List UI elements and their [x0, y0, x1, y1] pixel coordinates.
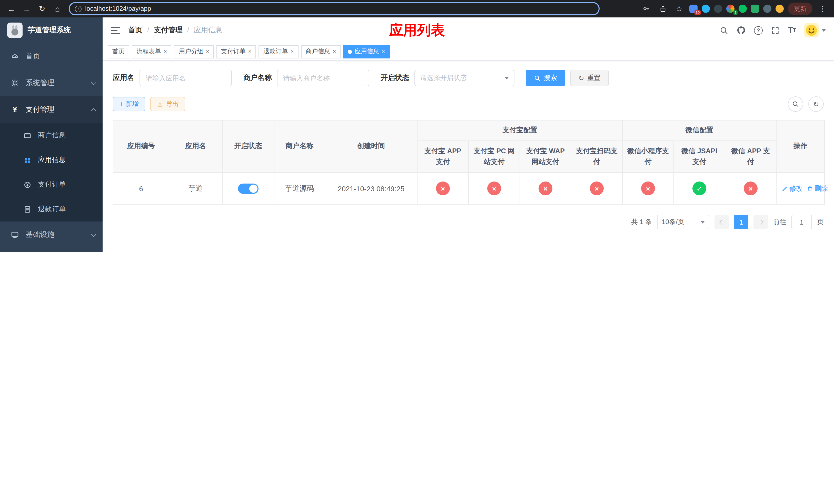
extension-icon-2[interactable]: [702, 5, 710, 13]
grid-icon: [23, 156, 32, 164]
col-alipay-scan: 支付宝扫码支付: [571, 141, 622, 173]
col-wechat-mini: 微信小程序支付: [622, 141, 674, 173]
prev-page-button[interactable]: [715, 215, 729, 229]
col-app-name: 应用名: [169, 120, 222, 173]
wechat-mini-status-icon: [641, 182, 655, 196]
close-icon[interactable]: ×: [206, 49, 209, 54]
close-icon[interactable]: ×: [333, 49, 336, 54]
close-icon[interactable]: ×: [163, 49, 167, 54]
share-icon[interactable]: [657, 3, 669, 15]
coin-icon: [23, 181, 32, 188]
user-menu[interactable]: [804, 23, 826, 38]
key-icon[interactable]: [640, 3, 653, 15]
goto-page-input[interactable]: [791, 215, 812, 229]
edit-button[interactable]: 修改: [782, 184, 803, 193]
tab-user-group[interactable]: 用户分组×: [174, 45, 214, 58]
page-title: 应用列表: [389, 21, 445, 40]
breadcrumb-home[interactable]: 首页: [128, 26, 154, 35]
url-text[interactable]: localhost:1024/pay/app: [85, 5, 151, 12]
fullscreen-icon[interactable]: [771, 26, 780, 35]
search-icon[interactable]: [720, 26, 728, 35]
extension-icon-1[interactable]: 10: [689, 5, 698, 13]
page-size-select[interactable]: 10条/页: [657, 215, 709, 229]
tab-home[interactable]: 首页: [108, 45, 129, 58]
refresh-table-button[interactable]: ↻: [808, 96, 824, 112]
menu-dots-icon[interactable]: ⋮: [816, 3, 829, 15]
table-row: 6 芋道 芋道源码 2021-10-23 08:49:25: [113, 173, 825, 204]
app-name-input[interactable]: [139, 70, 232, 86]
sidebar-item-app-info[interactable]: 应用信息: [0, 148, 103, 172]
col-actions: 操作: [776, 120, 825, 173]
sidebar-item-label: 基础设施: [26, 230, 54, 239]
sidebar-item-payment[interactable]: ¥ 支付管理: [0, 96, 103, 123]
extension-icon-3[interactable]: [714, 5, 722, 13]
extension-icon-5[interactable]: [739, 5, 747, 13]
cell-actions: 修改 删除: [776, 173, 825, 204]
col-app-id: 应用编号: [113, 120, 169, 173]
export-button[interactable]: 导出: [151, 97, 185, 111]
back-icon[interactable]: ←: [5, 3, 18, 15]
breadcrumb: 首页 支付管理 应用信息: [128, 26, 223, 35]
sidebar-item-refund-order[interactable]: 退款订单: [0, 197, 103, 222]
col-status: 开启状态: [222, 120, 274, 173]
reset-button[interactable]: ↻ 重置: [570, 70, 609, 86]
sidebar-item-label: 退款订单: [38, 205, 66, 214]
profile-avatar[interactable]: [775, 5, 784, 13]
tab-refund-order[interactable]: 退款订单×: [259, 45, 299, 58]
app-table: 应用编号 应用名 开启状态 商户名称 创建时间 支付宝配置 微信配置 操作 支付…: [113, 120, 825, 205]
sidebar-toggle-icon[interactable]: [111, 27, 120, 34]
font-size-icon[interactable]: TT: [788, 26, 796, 35]
add-button[interactable]: + 新增: [113, 97, 146, 111]
github-icon[interactable]: [737, 26, 746, 35]
sidebar-item-system[interactable]: 系统管理: [0, 70, 103, 96]
sidebar-item-label: 应用信息: [38, 155, 66, 165]
col-alipay-wap: 支付宝 WAP 网站支付: [520, 141, 571, 173]
breadcrumb-payment[interactable]: 支付管理: [154, 26, 194, 35]
yen-icon: ¥: [10, 105, 20, 114]
sidebar-item-dev-tools[interactable]: 研发工具: [0, 248, 103, 252]
close-icon[interactable]: ×: [290, 49, 294, 54]
browser-update-button[interactable]: 更新: [788, 3, 812, 15]
help-icon[interactable]: ?: [754, 26, 763, 35]
cell-app-id: 6: [113, 173, 169, 204]
status-select[interactable]: 请选择开启状态: [414, 70, 514, 86]
reload-icon[interactable]: ↻: [36, 3, 48, 15]
status-toggle[interactable]: [238, 183, 259, 193]
close-icon[interactable]: ×: [248, 49, 251, 54]
sidebar-item-home[interactable]: 首页: [0, 43, 103, 70]
forward-icon[interactable]: →: [21, 3, 33, 15]
address-bar[interactable]: localhost:1024/pay/app: [69, 2, 599, 15]
sidebar-item-merchant-info[interactable]: 商户信息: [0, 123, 103, 148]
next-page-button[interactable]: [753, 215, 768, 229]
chevron-down-icon: [91, 231, 96, 237]
search-button[interactable]: 搜索: [526, 70, 565, 86]
refresh-icon: ↻: [578, 74, 584, 82]
home-icon[interactable]: ⌂: [51, 3, 64, 15]
site-info-icon[interactable]: [75, 5, 82, 12]
browser-actions: ☆ 10 1 更新 ⋮: [640, 3, 829, 15]
tab-merchant-info[interactable]: 商户信息×: [301, 45, 341, 58]
cell-merchant: 芋道源码: [274, 173, 325, 204]
tab-app-info[interactable]: 应用信息×: [343, 45, 390, 58]
close-icon[interactable]: ×: [381, 49, 385, 54]
toggle-search-button[interactable]: [788, 96, 803, 112]
page-number-button[interactable]: 1: [734, 215, 748, 229]
bookmark-star-icon[interactable]: ☆: [673, 3, 685, 15]
pagination: 共 1 条 10条/页 1 前往 页: [113, 215, 824, 229]
app-logo[interactable]: 芋道管理系统: [0, 18, 103, 43]
alipay-app-status-icon: [436, 182, 450, 196]
sidebar-item-pay-order[interactable]: 支付订单: [0, 172, 103, 197]
cell-status: [222, 173, 274, 204]
extension-icon-4[interactable]: 1: [726, 5, 734, 13]
tab-pay-order[interactable]: 支付订单×: [216, 45, 256, 58]
delete-button[interactable]: 删除: [807, 184, 828, 193]
extension-icon-6[interactable]: [751, 5, 759, 13]
page-unit-label: 页: [817, 217, 824, 227]
extension-icon-7[interactable]: [763, 5, 771, 13]
merchant-name-input[interactable]: [277, 70, 369, 86]
col-created: 创建时间: [325, 120, 417, 173]
sidebar: 芋道管理系统 首页 系统管理: [0, 18, 103, 252]
tab-process-form[interactable]: 流程表单×: [132, 45, 172, 58]
caret-down-icon: [505, 77, 509, 79]
sidebar-item-infrastructure[interactable]: 基础设施: [0, 222, 103, 248]
